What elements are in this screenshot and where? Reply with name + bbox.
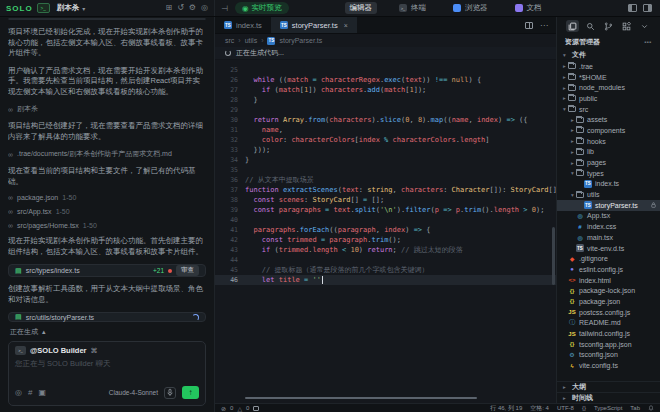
file-reference-link[interactable]: ∞剧本杀: [8, 104, 206, 114]
tree-item-vite-env-d-ts[interactable]: TSvite-env.d.ts: [557, 243, 660, 254]
tree-item-app-tsx[interactable]: ◎App.tsx: [557, 211, 660, 222]
code-area[interactable]: 2526 while ((match = characterRegex.exec…: [215, 60, 556, 285]
code-line[interactable]: 37function extractScenes(text: string, c…: [215, 185, 556, 195]
file-reference-link[interactable]: ∞src/pages/Home.tsx1-50: [8, 222, 206, 229]
code-line[interactable]: 44: [215, 255, 556, 265]
tree-item-public[interactable]: ▸public: [557, 93, 660, 104]
tree-item-tailwind-config-js[interactable]: JStailwind.config.js: [557, 328, 660, 339]
tree-item-tsconfig-app-json[interactable]: {}tsconfig.app.json: [557, 339, 660, 350]
collapse-panel-icon[interactable]: ⊣: [221, 4, 228, 13]
explorer-more-icon[interactable]: ⋯: [644, 38, 652, 47]
tree-item-hooks[interactable]: ▸hooks: [557, 136, 660, 147]
history-icon[interactable]: ↺: [177, 4, 184, 12]
code-line[interactable]: 32 color: characterColors[index % charac…: [215, 135, 556, 145]
tab-terminal[interactable]: >_ 终端: [394, 2, 431, 14]
code-line[interactable]: 43 if (trimmed.length < 10) return; // 跳…: [215, 245, 556, 255]
indent-mode[interactable]: Tab: [630, 405, 640, 411]
file-reference-link[interactable]: ∞package.json1-50: [8, 194, 206, 201]
breadcrumb-utils[interactable]: utils: [245, 37, 257, 44]
review-button[interactable]: 审查: [176, 265, 199, 276]
code-line[interactable]: 35: [215, 165, 556, 175]
code-line[interactable]: 27 if (match[1]) characters.add(match[1]…: [215, 85, 556, 95]
edited-file-card[interactable]: ▤src/types/index.ts+21审查: [8, 264, 206, 277]
tree-item--gitignore[interactable]: ◆.gitignore: [557, 253, 660, 264]
breadcrumb-src[interactable]: src: [225, 37, 234, 44]
section-outline[interactable]: ▸ 大纲: [557, 381, 660, 392]
tree-item-eslint-config-js[interactable]: ●eslint.config.js: [557, 264, 660, 275]
tree-item-readme-md[interactable]: ⓘREADME.md: [557, 318, 660, 329]
editor-tab-index-ts[interactable]: TS index.ts: [215, 17, 271, 33]
toggle-left-panel-icon[interactable]: [628, 4, 637, 12]
account-icon[interactable]: ◎: [201, 4, 208, 12]
tab-docs[interactable]: 文档: [510, 2, 547, 14]
code-line[interactable]: 41 paragraphs.forEach((paragraph, index)…: [215, 225, 556, 235]
file-reference-link[interactable]: ∞.trae/documents/剧本杀创作助手产品需求文档.md: [8, 149, 206, 159]
model-selector[interactable]: Claude-4-Sonnet: [109, 389, 158, 396]
breadcrumb-file[interactable]: storyParser.ts: [279, 37, 322, 44]
agent-name[interactable]: @SOLO Builder: [30, 346, 86, 355]
code-line[interactable]: 38 const scenes: StoryCard[] = [];: [215, 195, 556, 205]
tree-item-node-modules[interactable]: ▸node_modules: [557, 82, 660, 93]
code-line[interactable]: 42 const trimmed = paragraph.trim();: [215, 235, 556, 245]
tree-item-package-json[interactable]: {}package.json: [557, 296, 660, 307]
status-problems[interactable]: ⊘ 0 △ 0: [221, 405, 259, 412]
tree-item-tsconfig-json[interactable]: ⚙tsconfig.json: [557, 350, 660, 361]
ports-icon[interactable]: [253, 406, 259, 411]
tree-item--home[interactable]: ▸*$HOME: [557, 72, 660, 83]
settings-icon[interactable]: ⚙: [189, 4, 196, 12]
tree-item-src[interactable]: ▾src: [557, 104, 660, 115]
tree-item-index-ts[interactable]: TSindex.ts: [557, 179, 660, 190]
extensions-icon[interactable]: [620, 20, 633, 32]
tree-item-postcss-config-js[interactable]: JSpostcss.config.js: [557, 307, 660, 318]
code-line[interactable]: 45 // 提取标题（通常是段落的前几个字或包含关键词）: [215, 265, 556, 275]
live-preview-button[interactable]: ◉ 实时预览: [235, 2, 289, 14]
section-timeline[interactable]: ▸ 时间线: [557, 392, 660, 403]
code-line[interactable]: 36// 从文本中提取场景: [215, 175, 556, 185]
code-line[interactable]: 39 const paragraphs = text.split('\n').f…: [215, 205, 556, 215]
chevron-down-icon[interactable]: [638, 20, 651, 32]
vertical-scrollbar[interactable]: [552, 227, 555, 285]
tree-item-assets[interactable]: ▸assets: [557, 114, 660, 125]
indent-spaces[interactable]: 空格: 4: [530, 404, 549, 412]
editor-tab-storyparser-ts[interactable]: TS storyParser.ts ×: [271, 17, 357, 33]
code-line[interactable]: 26 while ((match = characterRegex.exec(t…: [215, 75, 556, 85]
code-line[interactable]: 34}: [215, 155, 556, 165]
toggle-right-panel-icon[interactable]: [643, 4, 652, 12]
tab-browser[interactable]: 浏览器: [448, 2, 493, 14]
tree-item-utils[interactable]: ▾utils: [557, 189, 660, 200]
code-line[interactable]: 40: [215, 215, 556, 225]
new-chat-icon[interactable]: ⊞: [165, 4, 172, 12]
code-line[interactable]: 29: [215, 105, 556, 115]
mic-button[interactable]: [164, 387, 176, 399]
tree-item--trae[interactable]: ▸.trae: [557, 61, 660, 72]
cursor-position[interactable]: 行 46, 列 19: [490, 404, 522, 412]
code-line[interactable]: 46 let title = '': [215, 275, 556, 285]
project-switcher[interactable]: 剧本杀 ▾: [57, 3, 86, 13]
horizontal-scrollbar[interactable]: [245, 397, 477, 399]
search-icon[interactable]: [584, 20, 597, 32]
send-button[interactable]: ↑: [182, 386, 199, 399]
code-line[interactable]: 25: [215, 65, 556, 75]
tree-item-package-lock-json[interactable]: {}package-lock.json: [557, 285, 660, 296]
files-view-icon[interactable]: [566, 20, 579, 32]
braces-indicator[interactable]: {}: [582, 405, 586, 411]
more-actions-icon[interactable]: ⋯: [540, 21, 548, 30]
code-line[interactable]: 28 }: [215, 95, 556, 105]
code-line[interactable]: 33 }));: [215, 145, 556, 155]
split-editor-icon[interactable]: [525, 22, 533, 29]
tree-item-index-css[interactable]: #index.css: [557, 221, 660, 232]
notifications-bell-icon[interactable]: [648, 405, 654, 412]
mention-icon[interactable]: ◎: [15, 389, 22, 397]
file-encoding[interactable]: UTF-8: [557, 405, 574, 411]
tree-item-components[interactable]: ▸components: [557, 125, 660, 136]
hash-icon[interactable]: #: [28, 389, 32, 397]
tree-item-types[interactable]: ▾types: [557, 168, 660, 179]
code-line[interactable]: 31 name,: [215, 125, 556, 135]
git-branch-icon[interactable]: [602, 20, 615, 32]
tree-item-main-tsx[interactable]: ◎main.tsx: [557, 232, 660, 243]
tree-item-index-html[interactable]: <>index.html: [557, 275, 660, 286]
section-files[interactable]: ▾ 文件: [557, 49, 660, 60]
image-icon[interactable]: ▣: [38, 389, 46, 397]
edited-file-card[interactable]: ▤src/utils/storyParser.ts: [8, 312, 206, 322]
language-mode[interactable]: TypeScript: [594, 405, 622, 411]
